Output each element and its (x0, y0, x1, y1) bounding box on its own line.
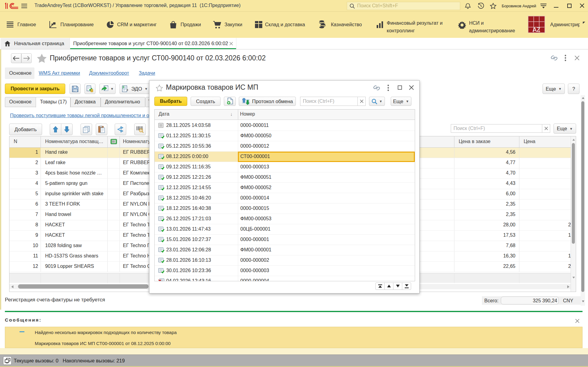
svg-text:AZ: AZ (532, 26, 540, 33)
